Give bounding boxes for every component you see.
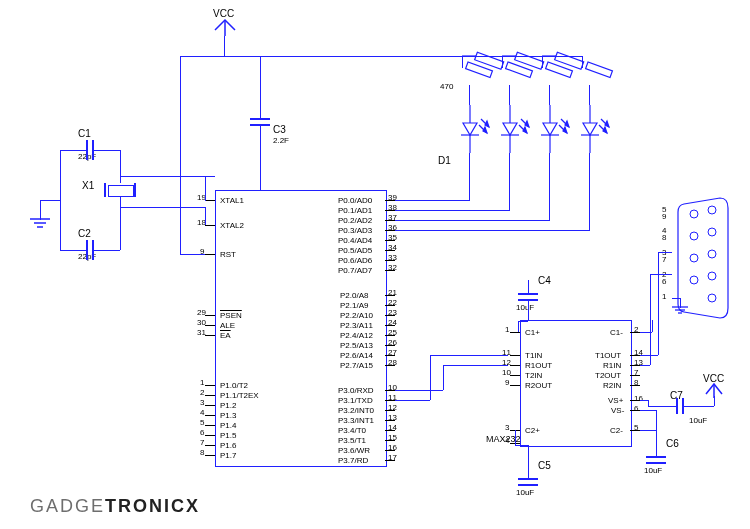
m2n: 2	[634, 325, 638, 334]
m4n: 4	[505, 436, 509, 445]
pin-21: P2.0/A8	[340, 291, 368, 300]
pin-17: P3.7/RD	[338, 456, 368, 465]
label-c7-val: 10uF	[689, 416, 707, 425]
pin-14: P3.4/T0	[338, 426, 366, 435]
r26n: 26	[388, 338, 397, 347]
pin-3: P1.2	[220, 401, 236, 410]
pin-13: P3.3/INT1	[338, 416, 374, 425]
pin-4: P1.3	[220, 411, 236, 420]
pin-30-num: 30	[197, 318, 206, 327]
p5n: 5	[200, 418, 204, 427]
m-vsp: VS+	[608, 396, 623, 405]
label-c1-ref: C1	[78, 128, 91, 139]
led-bank	[455, 105, 625, 185]
r13n: 13	[388, 413, 397, 422]
pin-39: P0.0/AD0	[338, 196, 372, 205]
m-r1in: R1IN	[603, 361, 621, 370]
label-c6-ref: C6	[666, 438, 679, 449]
p1n: 1	[200, 378, 204, 387]
p6n: 6	[200, 428, 204, 437]
pin-10: P3.0/RXD	[338, 386, 374, 395]
label-vcc2: VCC	[703, 373, 724, 384]
pin-11: P3.1/TXD	[338, 396, 373, 405]
r15n: 15	[388, 433, 397, 442]
m-t1in: T1IN	[525, 351, 542, 360]
m6n: 6	[634, 404, 638, 413]
pin-18: XTAL2	[220, 221, 244, 230]
pin-31: EA	[220, 331, 231, 340]
pin-38: P0.1/AD1	[338, 206, 372, 215]
label-c3-val: 2.2F	[273, 136, 289, 145]
ground-symbol-left	[30, 219, 50, 233]
r23n: 23	[388, 308, 397, 317]
pin-32: P0.7/AD7	[338, 266, 372, 275]
pin-34: P0.5/AD5	[338, 246, 372, 255]
pin-36: P0.3/AD3	[338, 226, 372, 235]
r27n: 27	[388, 348, 397, 357]
pin-27: P2.6/A14	[340, 351, 373, 360]
pin-26: P2.5/A13	[340, 341, 373, 350]
p3n: 3	[200, 398, 204, 407]
m7n: 7	[634, 368, 638, 377]
pin-37: P0.2/AD2	[338, 216, 372, 225]
pin-16: P3.6/WR	[338, 446, 370, 455]
m-t2out: T2OUT	[595, 371, 621, 380]
db9-8: 8	[662, 233, 666, 242]
m-c2m: C2-	[610, 426, 623, 435]
m-vsm: VS-	[611, 406, 624, 415]
svg-marker-43	[605, 121, 609, 127]
m1n: 1	[505, 325, 509, 334]
svg-marker-21	[503, 123, 517, 135]
pin-15: P3.5/T1	[338, 436, 366, 445]
r21n: 21	[388, 288, 397, 297]
label-c5-val: 10uF	[516, 488, 534, 497]
pin-2: P1.1/T2EX	[220, 391, 259, 400]
db9-7: 7	[662, 255, 666, 264]
pin-6: P1.5	[220, 431, 236, 440]
label-r470: 470	[440, 82, 453, 91]
svg-marker-37	[583, 123, 597, 135]
pin-23: P2.2/A10	[340, 311, 373, 320]
m16n: 16	[634, 394, 643, 403]
svg-marker-25	[523, 127, 527, 133]
m-t2in: T2IN	[525, 371, 542, 380]
pin-19: XTAL1	[220, 196, 244, 205]
r33n: 33	[388, 253, 397, 262]
svg-rect-11	[586, 62, 613, 77]
db9-6: 6	[662, 277, 666, 286]
svg-marker-29	[543, 123, 557, 135]
brand-logo: GADGETRONICX	[30, 496, 200, 517]
pin-30: ALE	[220, 321, 235, 330]
m5n: 5	[634, 423, 638, 432]
m11n: 11	[502, 348, 511, 357]
m8n: 8	[634, 378, 638, 387]
svg-marker-33	[563, 127, 567, 133]
schematic-canvas: VCC 470 D1	[0, 0, 750, 529]
db9-1: 1	[662, 292, 666, 301]
svg-marker-13	[463, 123, 477, 135]
m9n: 9	[505, 378, 509, 387]
pin-22: P2.1/A9	[340, 301, 368, 310]
label-c4-ref: C4	[538, 275, 551, 286]
pin-24: P2.3/A11	[340, 321, 373, 330]
m-c1p: C1+	[525, 328, 540, 337]
svg-marker-19	[485, 121, 489, 127]
r14n: 14	[388, 423, 397, 432]
pin-29-num: 29	[197, 308, 206, 317]
vcc-symbol-top	[210, 20, 240, 36]
m-c2p: C2+	[525, 426, 540, 435]
r32n: 32	[388, 263, 397, 272]
vcc-symbol-right	[704, 384, 724, 398]
label-vcc-top: VCC	[213, 8, 234, 19]
pin-1: P1.0/T2	[220, 381, 248, 390]
label-c6-val: 10uF	[644, 466, 662, 475]
pin-9: RST	[220, 250, 236, 259]
crystal-symbol	[108, 185, 134, 197]
svg-rect-6	[555, 52, 584, 69]
r39n: 39	[388, 193, 397, 202]
pin-12: P3.2/INT0	[338, 406, 374, 415]
r25n: 25	[388, 328, 397, 337]
pin-5: P1.4	[220, 421, 236, 430]
pin-31-num: 31	[197, 328, 206, 337]
pin-25: P2.4/A12	[340, 331, 373, 340]
